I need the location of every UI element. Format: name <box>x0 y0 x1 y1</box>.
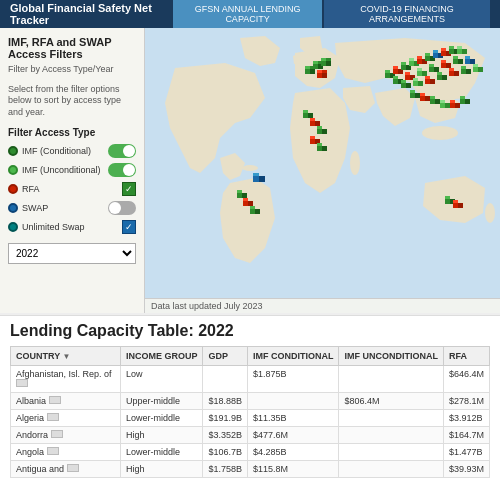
svg-rect-123 <box>317 146 322 151</box>
cell-imf-unconditional <box>339 427 444 444</box>
svg-rect-19 <box>317 70 322 73</box>
table-row: Algeria Lower-middle $191.9B $11.35B $3.… <box>11 410 490 427</box>
sidebar-filter-label: Filter by Access Type/Year <box>8 64 136 76</box>
svg-rect-39 <box>433 53 438 58</box>
table-row: Andorra High $3.352B $477.6M $164.7M <box>11 427 490 444</box>
svg-rect-95 <box>410 90 415 93</box>
svg-rect-94 <box>415 93 420 98</box>
svg-rect-104 <box>440 100 445 103</box>
col-header-gdp[interactable]: GDP <box>203 347 248 366</box>
year-select[interactable]: 2022 2021 2020 2019 2018 <box>8 243 136 264</box>
svg-rect-143 <box>453 200 458 203</box>
svg-rect-33 <box>417 59 422 64</box>
checkbox-rfa[interactable] <box>122 182 136 196</box>
svg-rect-134 <box>250 206 255 209</box>
svg-rect-42 <box>441 51 446 56</box>
svg-point-2 <box>350 151 360 175</box>
col-header-imf-conditional[interactable]: IMF CONDITIONAL <box>247 347 339 366</box>
dot-rfa <box>8 184 18 194</box>
filter-text-rfa: RFA <box>22 184 40 194</box>
svg-rect-60 <box>429 67 434 72</box>
page-wrapper: Global Financial Safety Net Tracker GFSN… <box>0 0 500 500</box>
col-header-imf-unconditional[interactable]: IMF UNCONDITIONAL <box>339 347 444 366</box>
cell-income-group: Lower-middle <box>120 410 203 427</box>
svg-rect-116 <box>310 118 315 121</box>
header-title: Global Financial Safety Net Tracker <box>10 2 173 26</box>
svg-rect-93 <box>410 93 415 98</box>
svg-rect-118 <box>322 129 327 134</box>
table-header-row: COUNTRY ▼ INCOME GROUP GDP IMF CONDITION… <box>11 347 490 366</box>
svg-rect-73 <box>406 83 411 88</box>
col-header-country[interactable]: COUNTRY ▼ <box>11 347 121 366</box>
bottom-section: Lending Capacity Table: 2022 COUNTRY ▼ I… <box>0 313 500 500</box>
svg-rect-58 <box>422 71 427 76</box>
svg-rect-7 <box>305 66 310 69</box>
svg-rect-110 <box>460 96 465 99</box>
toggle-imf-conditional[interactable] <box>108 144 136 158</box>
table-row: Albania Upper-middle $18.88B $806.4M $27… <box>11 393 490 410</box>
cell-income-group: Lower-middle <box>120 444 203 461</box>
country-flag-icon <box>49 396 61 404</box>
sidebar-description: Select from the filter options below to … <box>8 84 136 119</box>
filter-item-rfa: RFA <box>8 182 136 196</box>
svg-rect-32 <box>409 58 414 61</box>
cell-imf-conditional: $1.875B <box>247 366 339 393</box>
checkbox-unlimited-swap[interactable] <box>122 220 136 234</box>
svg-rect-63 <box>441 63 446 68</box>
table-row: Antigua and High $1.758B $115.8M $39.93M <box>11 461 490 478</box>
svg-rect-138 <box>445 199 450 204</box>
dot-swap <box>8 203 18 213</box>
cell-imf-unconditional: $806.4M <box>339 393 444 410</box>
svg-rect-80 <box>425 76 430 79</box>
svg-rect-67 <box>458 59 463 64</box>
data-updated: Data last updated July 2023 <box>145 298 500 313</box>
filter-text-imf-conditional: IMF (Conditional) <box>22 146 91 156</box>
svg-rect-29 <box>401 62 406 65</box>
svg-rect-86 <box>449 68 454 71</box>
svg-rect-87 <box>461 69 466 74</box>
svg-rect-27 <box>401 65 406 70</box>
tab-gfsn[interactable]: GFSN ANNUAL LENDING CAPACITY <box>173 0 322 28</box>
filter-item-swap: SWAP <box>8 201 136 215</box>
map-container: Data last updated July 2023 <box>145 28 500 313</box>
cell-gdp: $18.88B <box>203 393 248 410</box>
toggle-imf-unconditional[interactable] <box>108 163 136 177</box>
tab-covid[interactable]: COVID-19 FINANCING ARRANGEMENTS <box>324 0 490 28</box>
svg-rect-72 <box>401 83 406 88</box>
cell-imf-unconditional <box>339 444 444 461</box>
cell-income-group: Low <box>120 366 203 393</box>
cell-income-group: High <box>120 427 203 444</box>
svg-rect-21 <box>385 73 390 78</box>
cell-gdp: $191.9B <box>203 410 248 427</box>
cell-rfa: $39.93M <box>443 461 489 478</box>
svg-rect-30 <box>409 61 414 66</box>
svg-rect-23 <box>385 70 390 73</box>
filter-item-imf-unconditional: IMF (Unconditional) <box>8 163 136 177</box>
col-header-rfa[interactable]: RFA <box>443 347 489 366</box>
svg-rect-13 <box>321 61 326 66</box>
cell-income-group: Upper-middle <box>120 393 203 410</box>
cell-country: Angola <box>11 444 121 461</box>
cell-rfa: $3.912B <box>443 410 489 427</box>
svg-rect-18 <box>322 73 327 78</box>
country-flag-icon <box>16 379 28 387</box>
svg-rect-117 <box>317 129 322 134</box>
toggle-swap[interactable] <box>108 201 136 215</box>
svg-rect-79 <box>430 79 435 84</box>
cell-imf-conditional: $11.35B <box>247 410 339 427</box>
svg-rect-53 <box>393 76 398 79</box>
svg-rect-81 <box>437 75 442 80</box>
svg-rect-109 <box>465 99 470 104</box>
cell-rfa: $1.477B <box>443 444 489 461</box>
svg-rect-136 <box>259 176 265 182</box>
content-top: IMF, RFA and SWAP Access Filters Filter … <box>0 28 500 313</box>
cell-gdp: $3.352B <box>203 427 248 444</box>
svg-rect-11 <box>313 61 318 64</box>
header-tabs: GFSN ANNUAL LENDING CAPACITY COVID-19 FI… <box>173 0 490 28</box>
svg-rect-78 <box>425 79 430 84</box>
cell-country: Antigua and <box>11 461 121 478</box>
svg-rect-125 <box>317 143 322 146</box>
col-header-income-group[interactable]: INCOME GROUP <box>120 347 203 366</box>
svg-rect-70 <box>470 59 475 64</box>
svg-rect-83 <box>437 72 442 75</box>
